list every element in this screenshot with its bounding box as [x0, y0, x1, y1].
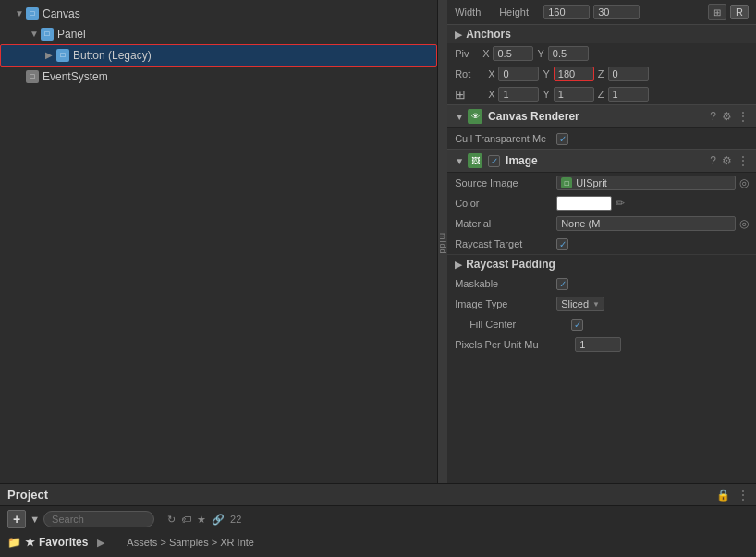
piv-x-label: X	[482, 48, 489, 59]
rot-label: Rot	[455, 68, 484, 79]
raycast-target-label: Raycast Target	[455, 238, 556, 249]
arrow-icon-panel: ▼	[30, 26, 41, 42]
piv-x-input[interactable]	[493, 46, 533, 61]
search-input[interactable]	[43, 511, 154, 527]
expand-arrow-icon[interactable]: ▶	[97, 537, 104, 549]
expand-down-icon[interactable]: ▼	[30, 514, 40, 525]
piv-y-input[interactable]	[548, 46, 589, 61]
scale-z-label: Z	[598, 89, 604, 100]
arrow-icon-button: ▶	[45, 47, 56, 64]
button-icon: □	[56, 49, 69, 62]
image-type-dropdown[interactable]: Sliced ▼	[556, 297, 604, 311]
source-image-value: □ UISprit ◎	[556, 176, 749, 190]
refresh-icon[interactable]: ↻	[167, 514, 176, 526]
source-image-field[interactable]: □ UISprit	[556, 176, 736, 190]
image-enable-checkbox[interactable]	[488, 155, 500, 167]
image-component-header[interactable]: ▼ 🖼 Image ? ⚙ ⋮	[447, 149, 756, 173]
bottom-panel: Project 🔒 ⋮ + ▼ ↻ 🏷 ★ 🔗 22 📁 ★ Favorites…	[0, 483, 756, 557]
canvas-icon: □	[26, 7, 39, 20]
cull-checkbox[interactable]	[556, 133, 568, 145]
favorites-section: + ▼	[7, 510, 40, 528]
fill-center-label: Fill Center	[469, 319, 571, 330]
bookmark-icon[interactable]: 🏷	[181, 514, 191, 526]
height-label: Height	[499, 6, 536, 18]
fill-center-checkbox[interactable]	[571, 319, 583, 331]
pixels-per-unit-input[interactable]	[575, 337, 621, 352]
more-icon[interactable]: ⋮	[738, 110, 749, 123]
scale-y-label: Y	[543, 89, 549, 100]
img-more-icon[interactable]: ⋮	[738, 154, 749, 167]
hierarchy-item-eventsystem[interactable]: □ EventSystem	[0, 67, 437, 87]
arrow-icon: ▼	[15, 6, 26, 22]
rot-x-input[interactable]	[498, 67, 539, 81]
cr-arrow: ▼	[455, 112, 464, 122]
raycast-target-checkbox[interactable]	[556, 238, 568, 250]
rot-y-input[interactable]	[554, 67, 594, 81]
image-type-text: Sliced	[561, 298, 589, 309]
raycast-target-value	[556, 238, 749, 250]
img-header-icons: ? ⚙ ⋮	[710, 154, 749, 167]
eventsystem-icon: □	[26, 70, 39, 83]
inspector-panel: Width Height ⊞ R ▶ Anchors Piv X Y	[447, 0, 756, 483]
source-image-text: UISprit	[576, 177, 607, 188]
image-type-value: Sliced ▼	[556, 297, 749, 311]
maskable-label: Maskable	[455, 278, 556, 289]
raycast-padding-section[interactable]: ▶ Raycast Padding	[447, 254, 756, 273]
bottom-content: + ▼ ↻ 🏷 ★ 🔗 22	[0, 506, 756, 532]
color-swatch[interactable]	[556, 196, 612, 211]
eventsystem-label: EventSystem	[43, 68, 108, 85]
source-dot-icon: □	[561, 177, 572, 188]
piv-y-label: Y	[537, 48, 543, 59]
width-label: Width	[455, 6, 492, 18]
bottom-nav: 📁 ★ Favorites ▶ Assets > Samples > XR In…	[0, 532, 756, 552]
canvas-label: Canvas	[43, 6, 80, 22]
color-value: ✏	[556, 196, 749, 211]
source-image-label: Source Image	[455, 177, 556, 188]
hierarchy-item-panel[interactable]: ▼ □ Panel	[0, 24, 437, 44]
maskable-checkbox[interactable]	[556, 278, 568, 290]
color-row: Color ✏	[447, 193, 756, 213]
bottom-toolbar-icons: 🔒 ⋮	[716, 489, 749, 502]
favorites-label: ★ Favorites	[25, 536, 88, 549]
button-legacy-label: Button (Legacy)	[73, 47, 152, 64]
material-label: Material	[455, 218, 556, 229]
source-target-icon[interactable]: ◎	[739, 176, 749, 189]
fill-center-value	[571, 319, 749, 331]
scale-icon: ⊞	[455, 87, 484, 102]
star-icon[interactable]: ★	[197, 514, 206, 526]
width-input[interactable]	[543, 5, 590, 19]
material-target-icon[interactable]: ◎	[739, 217, 749, 230]
rot-y-label: Y	[543, 68, 549, 79]
add-button[interactable]: +	[7, 510, 26, 528]
scale-z-input[interactable]	[608, 87, 649, 102]
rot-z-label: Z	[598, 68, 604, 79]
scale-x-input[interactable]	[498, 87, 539, 102]
cr-header-icons: ? ⚙ ⋮	[710, 110, 749, 123]
panel-label: Panel	[57, 26, 86, 42]
piv-label: Piv	[455, 48, 482, 59]
img-settings-icon[interactable]: ⚙	[722, 154, 732, 167]
height-input[interactable]	[593, 5, 640, 19]
anchors-section[interactable]: ▶ Anchors	[447, 24, 756, 43]
pencil-icon[interactable]: ✏	[616, 197, 625, 210]
more-options-icon[interactable]: ⋮	[738, 489, 749, 502]
rot-z-input[interactable]	[608, 67, 649, 81]
image-type-row: Image Type Sliced ▼	[447, 294, 756, 314]
expand-icon[interactable]: ⊞	[708, 4, 726, 20]
count-label: 22	[230, 514, 241, 526]
question-icon[interactable]: ?	[710, 110, 716, 123]
material-row: Material None (M ◎	[447, 213, 756, 234]
scale-row: ⊞ X Y Z	[447, 84, 756, 104]
lock-icon[interactable]: 🔒	[716, 489, 730, 502]
hierarchy-item-button[interactable]: ▶ □ Button (Legacy)	[0, 44, 437, 67]
pivot-values: X Y	[482, 46, 749, 61]
material-value: None (M ◎	[556, 216, 749, 231]
hierarchy-item-canvas[interactable]: ▼ □ Canvas	[0, 4, 437, 24]
scale-y-input[interactable]	[554, 87, 594, 102]
link-icon[interactable]: 🔗	[212, 514, 225, 526]
r-button[interactable]: R	[730, 5, 749, 19]
img-question-icon[interactable]: ?	[710, 154, 716, 167]
material-field[interactable]: None (M	[556, 216, 736, 231]
canvas-renderer-header[interactable]: ▼ 👁 Canvas Renderer ? ⚙ ⋮	[447, 104, 756, 128]
settings-icon[interactable]: ⚙	[722, 110, 732, 123]
